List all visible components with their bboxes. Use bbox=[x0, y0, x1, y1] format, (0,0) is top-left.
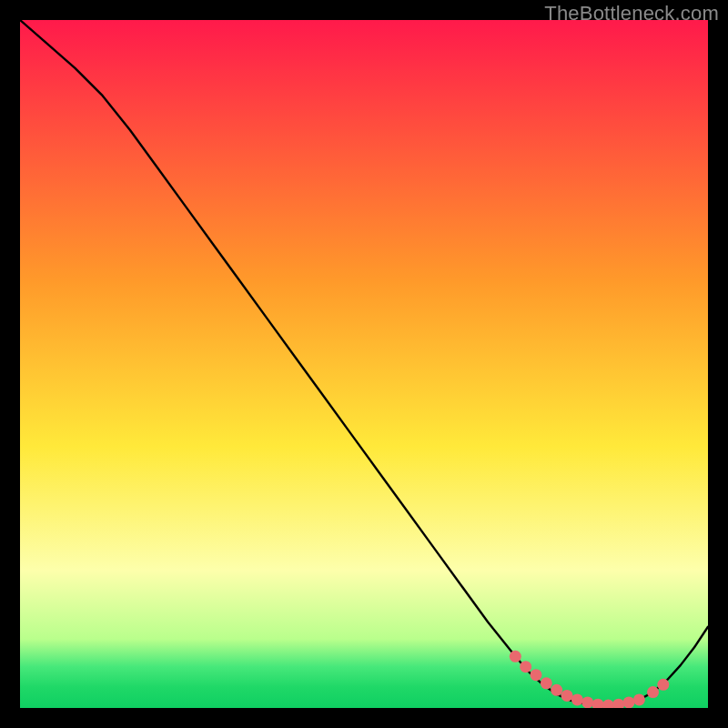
trough-marker bbox=[623, 696, 635, 708]
trough-marker bbox=[633, 693, 645, 705]
trough-marker bbox=[541, 677, 552, 689]
trough-marker bbox=[657, 679, 669, 691]
trough-marker bbox=[571, 693, 583, 705]
trough-marker bbox=[510, 651, 521, 662]
chart-frame: TheBottleneck.com bbox=[0, 0, 728, 728]
trough-marker bbox=[551, 684, 562, 696]
trough-marker bbox=[561, 690, 573, 702]
chart-svg bbox=[20, 20, 708, 708]
trough-marker bbox=[531, 669, 542, 681]
watermark-text: TheBottleneck.com bbox=[544, 2, 719, 25]
plot-area bbox=[20, 20, 708, 708]
trough-marker bbox=[581, 696, 593, 708]
trough-marker bbox=[520, 661, 531, 672]
trough-marker bbox=[647, 686, 659, 698]
